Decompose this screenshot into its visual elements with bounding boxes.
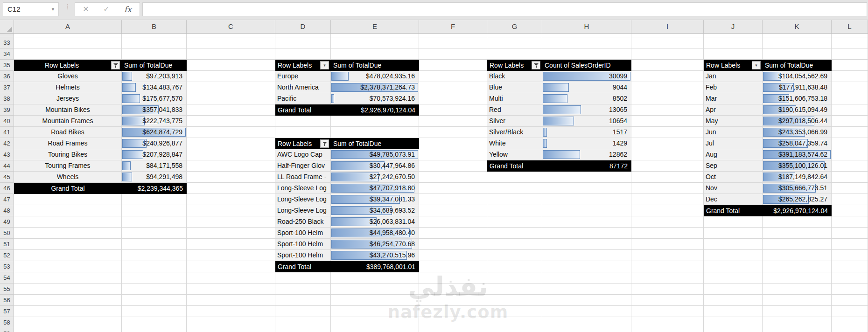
row-header-41[interactable]: 41 bbox=[0, 127, 14, 138]
select-all-button[interactable] bbox=[0, 20, 14, 33]
pivot-grand-total-row[interactable]: Grand Total87172 bbox=[487, 160, 631, 172]
row-header-50[interactable]: 50 bbox=[0, 228, 14, 239]
row-header-36[interactable]: 36 bbox=[0, 71, 14, 82]
column-header-d[interactable]: D bbox=[275, 20, 331, 33]
pivot-row-label[interactable]: Half-Finger Glov bbox=[275, 160, 331, 172]
pivot-value-cell[interactable]: $134,483,767 bbox=[122, 82, 187, 93]
pivot-value-cell[interactable]: $97,203,913 bbox=[122, 71, 187, 82]
pivot-row-label[interactable]: Apr bbox=[704, 104, 763, 116]
pivot-row-label[interactable]: Multi bbox=[487, 93, 542, 104]
pivot-row-label[interactable]: North America bbox=[275, 82, 331, 93]
filter-icon[interactable] bbox=[320, 139, 329, 148]
pivot-value-cell[interactable]: 8502 bbox=[542, 93, 631, 104]
pivot-header-color-counts[interactable]: Row LabelsCount of SalesOrderID bbox=[487, 60, 631, 71]
row-header-51[interactable]: 51 bbox=[0, 239, 14, 250]
pivot-row-label[interactable]: Black bbox=[487, 71, 542, 82]
pivot-value-cell[interactable]: $177,911,638.48 bbox=[763, 82, 832, 93]
pivot-grand-total-row[interactable]: Grand Total$389,768,001.01 bbox=[275, 261, 419, 272]
pivot-row-label[interactable]: Silver bbox=[487, 116, 542, 127]
chevron-down-icon[interactable]: ▾ bbox=[320, 61, 329, 69]
row-header-55[interactable]: 55 bbox=[0, 284, 14, 295]
pivot-row-label[interactable]: Long-Sleeve Log bbox=[275, 183, 331, 194]
formula-bar-input[interactable] bbox=[142, 2, 867, 16]
column-header-g[interactable]: G bbox=[487, 20, 542, 33]
column-header-j[interactable]: J bbox=[704, 20, 763, 33]
row-header-44[interactable]: 44 bbox=[0, 160, 14, 172]
pivot-row-label[interactable]: Road Frames bbox=[14, 138, 122, 149]
column-header-a[interactable]: A bbox=[14, 20, 122, 33]
pivot-row-label[interactable]: Dec bbox=[704, 194, 763, 205]
pivot-row-label[interactable]: Long-Sleeve Log bbox=[275, 205, 331, 216]
pivot-value-cell[interactable]: $187,149,842.64 bbox=[763, 172, 832, 183]
row-header-52[interactable]: 52 bbox=[0, 250, 14, 261]
pivot-value-cell[interactable]: $39,347,081.33 bbox=[331, 194, 419, 205]
pivot-row-label[interactable]: Road-250 Black bbox=[275, 216, 331, 228]
pivot-value-cell[interactable]: 13065 bbox=[542, 104, 631, 116]
pivot-value-cell[interactable]: $624,874,729 bbox=[122, 127, 187, 138]
pivot-row-label[interactable]: Touring Frames bbox=[14, 160, 122, 172]
pivot-row-label[interactable]: Jun bbox=[704, 127, 763, 138]
insert-function-icon[interactable]: fx bbox=[118, 3, 138, 16]
row-header-57[interactable]: 57 bbox=[0, 306, 14, 317]
row-header-45[interactable]: 45 bbox=[0, 172, 14, 183]
pivot-row-label[interactable]: Oct bbox=[704, 172, 763, 183]
pivot-header-category-totals[interactable]: Row LabelsSum of TotalDue bbox=[14, 60, 187, 71]
pivot-row-label[interactable]: Touring Bikes bbox=[14, 149, 122, 160]
pivot-row-label[interactable]: May bbox=[704, 116, 763, 127]
pivot-row-label[interactable]: Helmets bbox=[14, 82, 122, 93]
pivot-header-region-totals[interactable]: Row Labels▾Sum of TotalDue bbox=[275, 60, 419, 71]
row-header-47[interactable]: 47 bbox=[0, 194, 14, 205]
pivot-value-cell[interactable]: $34,689,693.52 bbox=[331, 205, 419, 216]
pivot-value-cell[interactable]: $30,447,964.86 bbox=[331, 160, 419, 172]
pivot-row-label[interactable]: Mountain Bikes bbox=[14, 104, 122, 116]
pivot-row-label[interactable]: Gloves bbox=[14, 71, 122, 82]
pivot-value-cell[interactable]: $70,573,924.16 bbox=[331, 93, 419, 104]
pivot-value-cell[interactable]: $265,262,825.27 bbox=[763, 194, 832, 205]
pivot-value-cell[interactable]: $240,926,877 bbox=[122, 138, 187, 149]
pivot-value-cell[interactable]: 10654 bbox=[542, 116, 631, 127]
column-header-f[interactable]: F bbox=[419, 20, 487, 33]
pivot-value-cell[interactable]: $222,743,775 bbox=[122, 116, 187, 127]
pivot-value-cell[interactable]: $47,707,918.80 bbox=[331, 183, 419, 194]
pivot-grand-total-row[interactable]: Grand Total$2,239,344,365 bbox=[14, 183, 187, 194]
pivot-value-cell[interactable]: $43,270,515.96 bbox=[331, 250, 419, 261]
pivot-value-cell[interactable]: $243,353,066.99 bbox=[763, 127, 832, 138]
column-header-k[interactable]: K bbox=[763, 20, 832, 33]
row-header-53[interactable]: 53 bbox=[0, 261, 14, 272]
pivot-value-cell[interactable]: 9044 bbox=[542, 82, 631, 93]
pivot-value-cell[interactable]: $355,100,126.01 bbox=[763, 160, 832, 172]
pivot-grand-total-row[interactable]: Grand Total$2,926,970,124.04 bbox=[704, 205, 832, 216]
row-header-34[interactable]: 34 bbox=[0, 48, 14, 60]
row-header-46[interactable]: 46 bbox=[0, 183, 14, 194]
pivot-row-label[interactable]: Sport-100 Helm bbox=[275, 239, 331, 250]
pivot-row-label[interactable]: Jan bbox=[704, 71, 763, 82]
row-header-37[interactable]: 37 bbox=[0, 82, 14, 93]
pivot-row-label[interactable]: Silver/Black bbox=[487, 127, 542, 138]
pivot-row-label[interactable]: Sep bbox=[704, 160, 763, 172]
row-header-49[interactable]: 49 bbox=[0, 216, 14, 228]
row-header-58[interactable]: 58 bbox=[0, 317, 14, 328]
sheet-grid[interactable]: 3233343536373839404142434445464748495051… bbox=[0, 34, 868, 332]
pivot-row-label[interactable]: Feb bbox=[704, 82, 763, 93]
pivot-row-label[interactable]: Jerseys bbox=[14, 93, 122, 104]
pivot-row-label[interactable]: Red bbox=[487, 104, 542, 116]
pivot-value-cell[interactable]: $391,183,574.62 bbox=[763, 149, 832, 160]
filter-icon[interactable] bbox=[111, 61, 120, 69]
pivot-row-label[interactable]: AWC Logo Cap bbox=[275, 149, 331, 160]
row-header-59[interactable]: 59 bbox=[0, 328, 14, 332]
enter-icon[interactable]: ✓ bbox=[97, 3, 116, 16]
pivot-value-cell[interactable]: $190,615,094.49 bbox=[763, 104, 832, 116]
pivot-value-cell[interactable]: $305,666,773.51 bbox=[763, 183, 832, 194]
pivot-value-cell[interactable]: $175,677,570 bbox=[122, 93, 187, 104]
row-header-39[interactable]: 39 bbox=[0, 104, 14, 116]
pivot-row-label[interactable]: Pacific bbox=[275, 93, 331, 104]
row-header-43[interactable]: 43 bbox=[0, 149, 14, 160]
row-header-42[interactable]: 42 bbox=[0, 138, 14, 149]
column-header-i[interactable]: I bbox=[631, 20, 704, 33]
row-header-40[interactable]: 40 bbox=[0, 116, 14, 127]
pivot-value-cell[interactable]: $44,958,480.40 bbox=[331, 228, 419, 239]
pivot-value-cell[interactable]: $297,018,506.44 bbox=[763, 116, 832, 127]
pivot-row-label[interactable]: Jul bbox=[704, 138, 763, 149]
row-header-35[interactable]: 35 bbox=[0, 60, 14, 71]
pivot-value-cell[interactable]: $357,041,833 bbox=[122, 104, 187, 116]
